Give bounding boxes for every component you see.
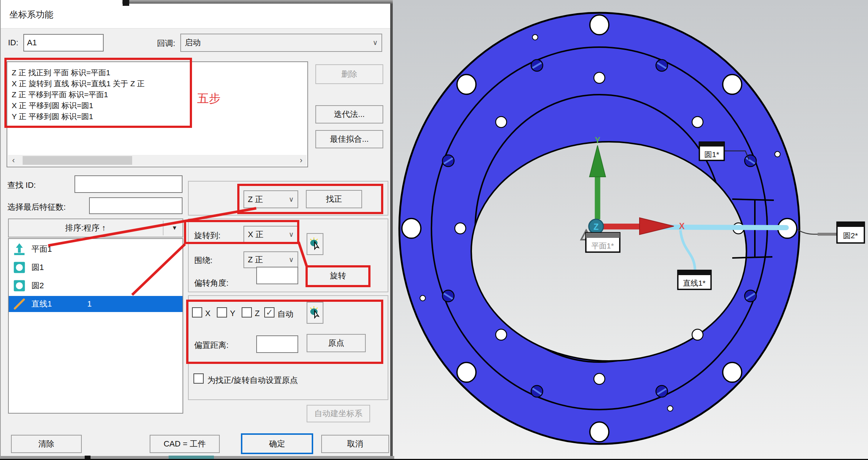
coordinate-system-dialog: 坐标系功能 ID: 回调: 启动 ∨ Z 正 找正到 平面 标识=平面1 X 正… (0, 0, 393, 456)
step-line[interactable]: Z 正 平移到平面 标识=平面1 (12, 89, 307, 100)
sort-ascending-icon: ↑ (102, 223, 106, 232)
feature-extra: 1 (87, 299, 92, 309)
tag-plane1[interactable]: 平面1* (586, 233, 620, 252)
cad-equals-part-button[interactable]: CAD = 工件 (150, 435, 220, 453)
svg-text:直线1*: 直线1* (683, 279, 706, 287)
sort-dropdown[interactable]: 排序:程序 ↑ ▼ (8, 218, 183, 237)
pick-origin-feature-button[interactable] (307, 302, 323, 324)
auto-checkbox-checked[interactable]: ✓ (264, 307, 274, 318)
about-axis-dropdown[interactable]: Z 正 ∨ (243, 251, 298, 268)
flange-part-drawing: Z Y X 圆1* 圆2* (393, 0, 868, 459)
screen: Z Y X 圆1* 圆2* (0, 0, 868, 460)
about-label: 围绕: (194, 255, 212, 266)
feature-name: 圆1 (31, 262, 44, 273)
dialog-titlebar[interactable]: 坐标系功能 (1, 0, 390, 28)
scroll-right-icon[interactable]: › (296, 155, 307, 166)
id-input[interactable] (23, 34, 104, 52)
offset-distance-input[interactable] (256, 335, 298, 353)
background-window-edge (122, 0, 393, 4)
chevron-down-icon: ∨ (373, 38, 378, 47)
origin-button[interactable]: 原点 (307, 334, 366, 352)
id-label: ID: (8, 38, 18, 47)
align-axis-dropdown[interactable]: Z 正 ∨ (243, 190, 298, 208)
y-checkbox[interactable] (217, 307, 227, 318)
background-window-fragment (123, 0, 129, 6)
pick-cursor-icon (309, 305, 321, 320)
feature-row-line1-selected[interactable]: 直线1 1 (9, 296, 183, 312)
feature-list[interactable]: 平面1 圆1 圆2 直线1 1 (8, 238, 183, 414)
step-line[interactable]: Y 正 平移到圆 标识=圆1 (12, 111, 307, 122)
feature-name: 直线1 (31, 299, 52, 309)
dialog-title: 坐标系功能 (9, 9, 53, 20)
auto-origin-checkbox[interactable] (193, 373, 204, 384)
about-axis-value: Z 正 (248, 254, 263, 265)
callback-value: 启动 (185, 37, 201, 48)
feature-name: 圆2 (31, 280, 44, 291)
rotate-to-label: 旋转到: (194, 230, 220, 241)
feature-row-circle2[interactable]: 圆2 (9, 278, 183, 294)
last-features-label: 选择最后特征数: (7, 202, 66, 213)
z-axis-label: Z (594, 222, 599, 232)
plane-icon (12, 242, 26, 256)
alignment-steps-list[interactable]: Z 正 找正到 平面 标识=平面1 X 正 旋转到 直线 标识=直线1 关于 Z… (7, 61, 308, 167)
step-line[interactable]: X 正 旋转到 直线 标识=直线1 关于 Z 正 (12, 78, 307, 89)
x-checkbox[interactable] (192, 307, 202, 318)
pick-cursor-icon (309, 237, 321, 251)
svg-text:平面1*: 平面1* (591, 242, 614, 250)
line-icon (12, 297, 26, 311)
circle-icon (12, 261, 26, 274)
chevron-down-icon: ∨ (289, 255, 294, 264)
delete-button[interactable]: 删除 (315, 64, 383, 84)
find-id-label: 查找 ID: (7, 180, 36, 191)
clear-button[interactable]: 清除 (11, 435, 82, 453)
tag-circle1[interactable]: 圆1* (699, 142, 724, 160)
y-checkbox-label: Y (230, 309, 235, 318)
cad-3d-viewport[interactable]: Z Y X 圆1* 圆2* (393, 0, 868, 459)
cancel-button[interactable]: 取消 (321, 435, 389, 453)
step-line[interactable]: X 正 平移到圆 标识=圆1 (12, 100, 307, 111)
bottom-dark-fragment (85, 456, 91, 459)
scrollbar-thumb[interactable] (23, 156, 132, 165)
bestfit-button[interactable]: 最佳拟合... (315, 130, 383, 148)
chevron-down-icon: ∨ (289, 195, 294, 203)
find-id-input[interactable] (74, 175, 183, 193)
offset-distance-label: 偏置距离: (194, 340, 228, 351)
z-checkbox-label: Z (255, 309, 260, 318)
svg-text:圆2*: 圆2* (843, 231, 858, 240)
callback-dropdown[interactable]: 启动 ∨ (180, 34, 382, 52)
feature-row-plane1[interactable]: 平面1 (9, 241, 183, 257)
rotate-to-value: X 正 (248, 229, 264, 240)
step-line[interactable]: Z 正 找正到 平面 标识=平面1 (12, 67, 307, 78)
feature-name: 平面1 (31, 244, 52, 255)
offset-angle-label: 偏转角度: (194, 278, 228, 289)
z-checkbox[interactable] (242, 307, 252, 318)
ok-button[interactable]: 确定 (241, 433, 313, 454)
tag-circle2[interactable]: 圆2* (837, 222, 864, 243)
divider (163, 221, 164, 235)
bottom-taskbar-fragment (169, 456, 214, 459)
auto-origin-label: 为找正/旋转自动设置原点 (207, 375, 298, 386)
circle-icon (12, 279, 26, 293)
iterate-button[interactable]: 迭代法... (315, 105, 383, 123)
x-axis-label: X (679, 221, 685, 231)
svg-text:圆1*: 圆1* (704, 150, 719, 159)
scroll-left-icon[interactable]: ‹ (8, 155, 19, 166)
pick-feature-button[interactable] (307, 233, 323, 255)
rotate-button[interactable]: 旋转 (307, 266, 369, 286)
checkmark-icon: ✓ (266, 308, 273, 317)
rotate-to-dropdown[interactable]: X 正 ∨ (243, 226, 298, 243)
feature-row-circle1[interactable]: 圆1 (9, 259, 183, 275)
horizontal-scrollbar[interactable]: ‹ › (8, 155, 307, 166)
annotation-text-five-steps: 五步 (197, 91, 220, 107)
last-features-input[interactable] (89, 197, 183, 214)
tag-line1[interactable]: 直线1* (678, 270, 711, 289)
offset-angle-input[interactable] (256, 267, 298, 284)
auto-checkbox-label: 自动 (277, 309, 293, 320)
align-button[interactable]: 找正 (306, 190, 362, 208)
chevron-down-icon: ∨ (289, 230, 294, 239)
dropdown-arrow-icon: ▼ (172, 225, 177, 231)
x-checkbox-label: X (205, 309, 211, 318)
auto-ccs-button[interactable]: 自动建坐标系 (307, 405, 370, 422)
callback-label: 回调: (157, 38, 175, 49)
align-axis-value: Z 正 (248, 194, 263, 205)
